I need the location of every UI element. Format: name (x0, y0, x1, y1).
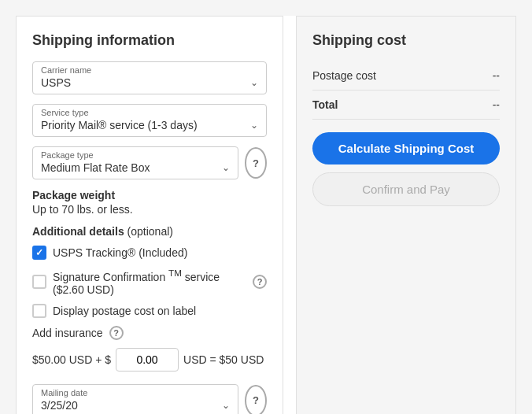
service-select[interactable]: Service type Priority Mail® service (1-3… (32, 104, 267, 137)
additional-details-title: Additional details (optional) (32, 225, 267, 238)
insurance-input[interactable] (116, 348, 179, 371)
total-cost-row: Total -- (312, 91, 500, 120)
sig-confirm-checkbox[interactable] (32, 275, 46, 289)
package-chevron-icon: ⌄ (222, 162, 230, 173)
service-group: Service type Priority Mail® service (1-3… (32, 104, 267, 137)
service-label: Service type (41, 108, 258, 117)
package-label: Package type (41, 150, 230, 160)
postage-cost-label: Postage cost (312, 69, 376, 82)
carrier-select[interactable]: Carrier name USPS ⌄ (32, 61, 267, 94)
cost-panel-title: Shipping cost (312, 32, 500, 49)
package-help-button[interactable]: ? (245, 147, 267, 179)
usps-tracking-label: USPS Tracking® (Included) (53, 246, 187, 259)
insurance-help-icon[interactable]: ? (109, 326, 124, 340)
left-panel-title: Shipping information (32, 32, 267, 49)
carrier-label: Carrier name (41, 65, 258, 75)
package-value: Medium Flat Rate Box (41, 161, 150, 174)
mailing-date-row: Mailing date 3/25/20 ⌄ ? (32, 384, 267, 414)
sig-confirm-row: Signature Confirmation TM service ($2.60… (32, 268, 267, 296)
package-select[interactable]: Package type Medium Flat Rate Box ⌄ (32, 146, 238, 179)
add-insurance-row: Add insurance ? (32, 326, 267, 340)
total-cost-value: -- (493, 98, 500, 111)
mailing-date-select[interactable]: Mailing date 3/25/20 ⌄ (32, 384, 238, 414)
mailing-date-chevron-icon: ⌄ (222, 400, 230, 411)
display-postage-row: Display postage cost on label (32, 304, 267, 318)
add-insurance-label: Add insurance (32, 327, 103, 339)
sig-confirm-help-icon[interactable]: ? (253, 275, 267, 289)
insurance-prefix: $50.00 USD + $ (32, 353, 111, 366)
package-group: Package type Medium Flat Rate Box ⌄ ? (32, 146, 267, 179)
carrier-chevron-icon: ⌄ (250, 77, 258, 88)
insurance-suffix: USD = $50 USD (183, 353, 264, 366)
display-postage-checkbox[interactable] (32, 304, 46, 318)
carrier-value: USPS (41, 76, 71, 89)
total-cost-label: Total (312, 98, 338, 111)
additional-details-section: Additional details (optional) USPS Track… (32, 225, 267, 318)
service-chevron-icon: ⌄ (250, 120, 258, 131)
mailing-date-help-button[interactable]: ? (245, 385, 267, 414)
shipping-information-panel: Shipping information Carrier name USPS ⌄… (16, 16, 283, 414)
confirm-pay-button[interactable]: Confirm and Pay (312, 172, 500, 206)
carrier-group: Carrier name USPS ⌄ (32, 61, 267, 94)
weight-label: Package weight (32, 189, 267, 201)
display-postage-label: Display postage cost on label (53, 305, 196, 317)
mailing-date-value: 3/25/20 (41, 399, 78, 412)
usps-tracking-checkbox[interactable] (32, 246, 46, 260)
postage-cost-value: -- (493, 69, 500, 82)
calculate-shipping-button[interactable]: Calculate Shipping Cost (312, 132, 500, 164)
weight-value: Up to 70 lbs. or less. (32, 203, 267, 216)
sig-confirm-label: Signature Confirmation TM service ($2.60… (53, 268, 246, 296)
usps-tracking-row: USPS Tracking® (Included) (32, 246, 267, 260)
shipping-cost-panel: Shipping cost Postage cost -- Total -- C… (296, 16, 516, 414)
mailing-date-label: Mailing date (41, 388, 230, 397)
postage-cost-row: Postage cost -- (312, 61, 500, 91)
insurance-calc-row: $50.00 USD + $ USD = $50 USD (32, 348, 267, 371)
service-value: Priority Mail® service (1-3 days) (41, 119, 198, 131)
